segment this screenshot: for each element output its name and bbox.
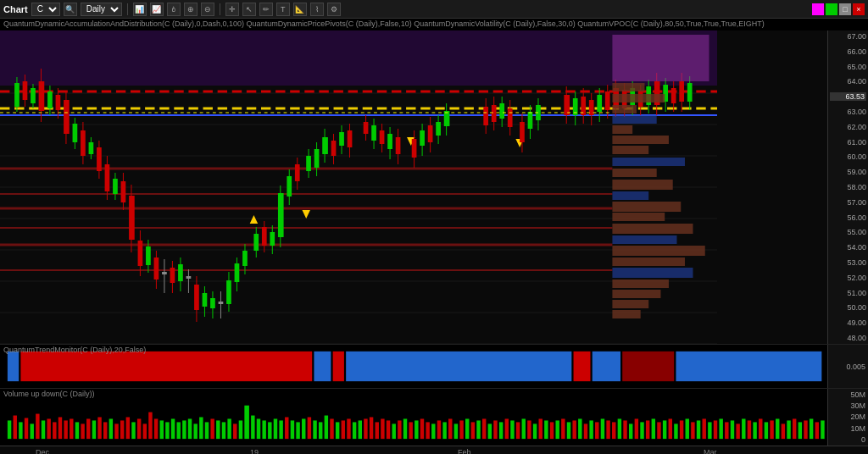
svg-rect-315 [216, 420, 220, 439]
svg-rect-377 [567, 422, 570, 439]
chart-label: Chart [3, 4, 28, 14]
svg-rect-348 [403, 418, 407, 439]
svg-rect-405 [725, 422, 728, 439]
svg-rect-362 [482, 418, 486, 439]
chart-main[interactable] [0, 30, 827, 344]
svg-rect-269 [8, 352, 19, 381]
svg-rect-248 [612, 105, 637, 114]
svg-rect-326 [279, 420, 282, 439]
svg-rect-73 [162, 272, 167, 274]
svg-rect-91 [210, 298, 215, 308]
vol-10m: 10M [828, 424, 865, 433]
svg-rect-412 [765, 422, 768, 439]
svg-rect-301 [137, 418, 141, 439]
svg-rect-321 [251, 416, 254, 440]
svg-rect-257 [612, 202, 681, 212]
svg-rect-129 [314, 149, 320, 168]
crosshair-icon[interactable]: ✛ [225, 3, 239, 16]
svg-rect-394 [663, 420, 666, 439]
fib-icon[interactable]: ⌇ [310, 3, 324, 16]
svg-rect-313 [205, 422, 209, 439]
svg-rect-119 [287, 176, 292, 197]
price-58: 58.00 [830, 183, 866, 191]
minimize-button[interactable] [826, 3, 837, 15]
zoom-out-icon[interactable]: ⊖ [201, 3, 214, 16]
svg-rect-413 [770, 420, 773, 439]
svg-rect-19 [14, 83, 19, 107]
svg-rect-150 [380, 130, 385, 144]
settings-icon[interactable]: ⚙ [327, 3, 341, 16]
svg-rect-246 [612, 83, 644, 91]
date-dec: Dec [36, 448, 49, 455]
svg-rect-314 [210, 418, 214, 439]
price-66: 66.00 [830, 47, 866, 56]
svg-rect-404 [719, 418, 722, 439]
svg-rect-419 [804, 420, 807, 439]
svg-rect-276 [622, 352, 674, 381]
svg-rect-410 [753, 422, 756, 439]
svg-rect-414 [776, 418, 779, 439]
svg-rect-286 [53, 422, 56, 439]
candlestick-icon[interactable]: 🕯 [167, 3, 181, 16]
svg-rect-110 [262, 227, 267, 246]
svg-rect-336 [336, 422, 339, 439]
svg-rect-197 [564, 95, 570, 115]
interval-select[interactable]: Daily [81, 3, 122, 16]
svg-rect-338 [347, 418, 350, 439]
search-icon[interactable]: 🔍 [64, 3, 77, 16]
svg-rect-261 [612, 246, 704, 256]
svg-rect-293 [92, 420, 96, 439]
svg-rect-132 [322, 137, 328, 154]
svg-rect-236 [671, 88, 676, 103]
svg-rect-251 [612, 136, 669, 144]
svg-rect-367 [510, 420, 514, 439]
bar-chart-icon[interactable]: 📊 [133, 3, 147, 16]
svg-rect-295 [103, 422, 107, 439]
svg-rect-401 [702, 418, 705, 439]
ruler-icon[interactable]: 📐 [293, 3, 307, 16]
svg-rect-64 [138, 241, 143, 266]
svg-rect-288 [64, 420, 67, 439]
svg-rect-306 [165, 422, 169, 439]
date-feb: Feb [458, 448, 471, 455]
svg-rect-281 [25, 418, 28, 439]
close-button[interactable]: × [853, 3, 865, 15]
svg-rect-389 [635, 418, 638, 439]
svg-rect-390 [640, 422, 643, 439]
candles-svg [0, 30, 717, 344]
svg-rect-247 [612, 94, 665, 102]
svg-rect-156 [396, 137, 401, 154]
svg-rect-299 [126, 418, 130, 440]
svg-rect-70 [154, 257, 159, 280]
zoom-in-icon[interactable]: ⊕ [184, 3, 198, 16]
maximize-button[interactable]: □ [839, 3, 851, 15]
line-chart-icon[interactable]: 📈 [150, 3, 164, 16]
indicator-button[interactable] [812, 3, 824, 15]
svg-rect-160 [412, 139, 417, 158]
svg-rect-344 [381, 418, 384, 439]
svg-rect-254 [612, 169, 656, 177]
svg-rect-282 [30, 424, 33, 439]
arrow-icon[interactable]: ↖ [242, 3, 256, 16]
svg-rect-249 [612, 115, 656, 124]
svg-rect-88 [203, 293, 208, 307]
svg-rect-361 [476, 420, 480, 439]
svg-rect-331 [308, 418, 311, 440]
svg-rect-178 [492, 105, 497, 122]
svg-rect-107 [253, 234, 259, 251]
svg-rect-267 [612, 310, 640, 318]
svg-rect-260 [612, 235, 676, 244]
svg-rect-28 [39, 81, 45, 111]
svg-rect-386 [618, 418, 621, 439]
svg-rect-415 [782, 424, 785, 439]
price-59: 59.00 [830, 168, 866, 176]
draw-icon[interactable]: ✏ [259, 3, 273, 16]
svg-rect-252 [612, 146, 648, 154]
svg-rect-381 [589, 420, 593, 439]
text-icon[interactable]: T [276, 3, 290, 16]
svg-rect-395 [669, 418, 672, 439]
svg-rect-371 [533, 424, 537, 439]
symbol-select[interactable]: C [31, 3, 60, 16]
svg-rect-297 [114, 424, 118, 439]
svg-rect-55 [113, 179, 118, 194]
